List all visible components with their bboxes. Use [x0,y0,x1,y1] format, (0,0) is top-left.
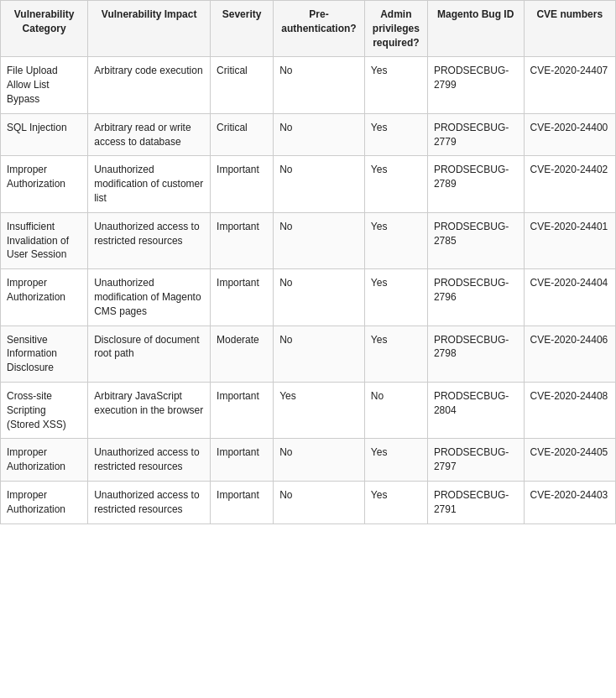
cell-impact: Unauthorized access to restricted resour… [88,439,211,482]
cell-admin: Yes [364,326,427,382]
table-row: Improper AuthorizationUnauthorized acces… [1,439,616,482]
cell-impact: Unauthorized access to restricted resour… [88,212,211,268]
table-row: SQL InjectionArbitrary read or write acc… [1,113,616,156]
cell-preauth: Yes [274,382,365,438]
cell-impact: Unauthorized modification of Magento CMS… [88,269,211,326]
cell-impact: Arbitrary code execution [88,57,211,113]
cell-admin: Yes [364,439,427,482]
cell-cve: CVE-2020-24405 [524,439,615,482]
cell-admin: No [364,382,427,438]
cell-severity: Critical [211,57,274,113]
cell-bugid: PRODSECBUG-2789 [427,156,524,212]
cell-bugid: PRODSECBUG-2797 [427,439,524,482]
table-row: File Upload Allow List BypassArbitrary c… [1,57,616,113]
header-preauth: Pre-authentication? [274,1,365,57]
cell-cve: CVE-2020-24402 [524,156,615,212]
cell-preauth: No [274,269,365,326]
cell-preauth: No [274,212,365,268]
cell-severity: Important [211,156,274,212]
cell-admin: Yes [364,269,427,326]
cell-preauth: No [274,57,365,113]
cell-category: Improper Authorization [1,156,88,212]
header-bugid: Magento Bug ID [427,1,524,57]
cell-category: Improper Authorization [1,269,88,326]
cell-admin: Yes [364,113,427,156]
cell-severity: Important [211,439,274,482]
cell-impact: Arbitrary JavaScript execution in the br… [88,382,211,438]
cell-category: Insufficient Invalidation of User Sessio… [1,212,88,268]
cell-preauth: No [274,326,365,382]
cell-cve: CVE-2020-24400 [524,113,615,156]
cell-severity: Important [211,212,274,268]
cell-admin: Yes [364,212,427,268]
cell-category: SQL Injection [1,113,88,156]
vulnerability-table: Vulnerability Category Vulnerability Imp… [0,0,616,524]
cell-bugid: PRODSECBUG-2791 [427,481,524,524]
cell-impact: Arbitrary read or write access to databa… [88,113,211,156]
cell-preauth: No [274,156,365,212]
cell-category: File Upload Allow List Bypass [1,57,88,113]
cell-cve: CVE-2020-24407 [524,57,615,113]
cell-impact: Unauthorized access to restricted resour… [88,481,211,524]
cell-category: Cross-site Scripting (Stored XSS) [1,382,88,438]
cell-category: Sensitive Information Disclosure [1,326,88,382]
table-row: Improper AuthorizationUnauthorized modif… [1,156,616,212]
cell-admin: Yes [364,156,427,212]
cell-cve: CVE-2020-24401 [524,212,615,268]
table-row: Improper AuthorizationUnauthorized acces… [1,481,616,524]
header-severity: Severity [211,1,274,57]
header-impact: Vulnerability Impact [88,1,211,57]
cell-cve: CVE-2020-24403 [524,481,615,524]
cell-admin: Yes [364,481,427,524]
cell-admin: Yes [364,57,427,113]
cell-severity: Moderate [211,326,274,382]
cell-bugid: PRODSECBUG-2799 [427,57,524,113]
cell-impact: Unauthorized modification of customer li… [88,156,211,212]
cell-impact: Disclosure of document root path [88,326,211,382]
table-row: Insufficient Invalidation of User Sessio… [1,212,616,268]
cell-category: Improper Authorization [1,439,88,482]
cell-preauth: No [274,481,365,524]
cell-cve: CVE-2020-24404 [524,269,615,326]
cell-bugid: PRODSECBUG-2779 [427,113,524,156]
cell-cve: CVE-2020-24408 [524,382,615,438]
cell-cve: CVE-2020-24406 [524,326,615,382]
header-category: Vulnerability Category [1,1,88,57]
cell-severity: Important [211,382,274,438]
cell-bugid: PRODSECBUG-2796 [427,269,524,326]
cell-bugid: PRODSECBUG-2785 [427,212,524,268]
table-row: Sensitive Information DisclosureDisclosu… [1,326,616,382]
table-row: Improper AuthorizationUnauthorized modif… [1,269,616,326]
cell-category: Improper Authorization [1,481,88,524]
header-cve: CVE numbers [524,1,615,57]
cell-severity: Important [211,269,274,326]
cell-bugid: PRODSECBUG-2798 [427,326,524,382]
cell-preauth: No [274,439,365,482]
cell-preauth: No [274,113,365,156]
cell-severity: Important [211,481,274,524]
cell-bugid: PRODSECBUG-2804 [427,382,524,438]
cell-severity: Critical [211,113,274,156]
header-admin: Admin privileges required? [364,1,427,57]
table-row: Cross-site Scripting (Stored XSS)Arbitra… [1,382,616,438]
